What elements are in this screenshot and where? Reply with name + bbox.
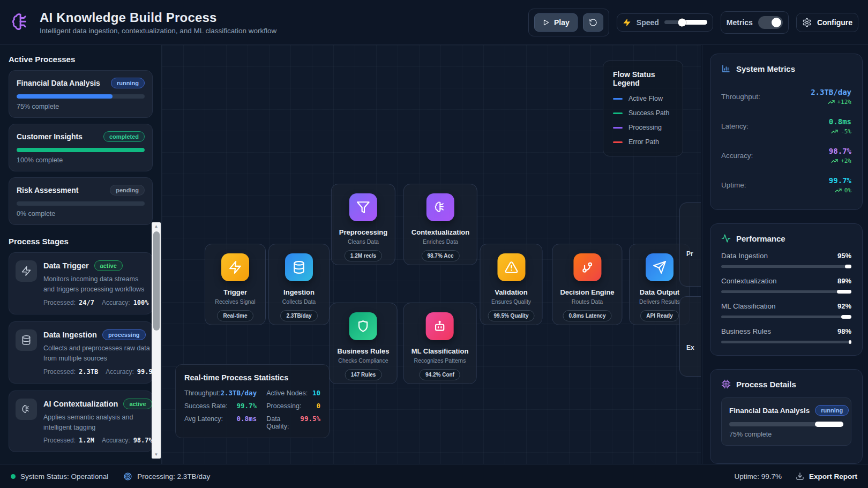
status-badge: running [815,405,849,416]
performance-slider[interactable] [721,265,851,268]
scroll-up-arrow[interactable]: ▲ [152,222,161,230]
zap-icon [221,253,249,281]
detail-progress-slider[interactable] [729,422,843,426]
status-badge: processing [102,329,146,340]
process-stages-title: Process Stages [9,237,153,246]
node-badge: Real-time [217,310,253,321]
metrics-label: Metrics [727,18,753,27]
flow-node-validation[interactable]: Validation Ensures Quality 99.5% Quality [480,244,542,325]
stat-processing: Processing:0 [266,402,320,410]
bot-icon [426,312,454,340]
send-icon [646,253,674,281]
node-badge: 0.8ms Latency [563,310,612,321]
status-badge: active [123,399,152,409]
node-badge: 1.2M rec/s [345,250,382,261]
process-details-panel: Process Details Financial Data Analysis … [710,369,863,464]
brain-icon [16,399,37,420]
node-badge: 94.2% Conf [420,369,460,380]
stage-stats: Processed:24/7 Accuracy:100% [43,299,149,306]
legend-item: Processing [613,124,673,131]
brain-logo-icon [10,11,32,34]
performance-slider[interactable] [721,290,851,293]
performance-row-ml-classification: ML Classification92% [721,302,851,318]
lightning-icon [623,18,631,27]
right-sidebar: System Metrics Throughput: 2.3TB/day +12… [702,45,868,464]
flow-node-clipped-1[interactable]: Pr [679,202,701,287]
processing-status: Processing: 2.3TB/day [123,472,210,481]
scrollbar-thumb[interactable] [153,231,160,331]
flow-node-decision-engine[interactable]: Decision Engine Routes Data 0.8ms Latenc… [552,244,622,325]
configure-group: Configure [796,13,858,32]
system-metrics-panel: System Metrics Throughput: 2.3TB/day +12… [710,54,863,210]
error-path-swatch [613,141,623,143]
node-badge: 98.7% Acc [421,250,459,261]
download-icon [796,472,804,481]
git-branch-icon [573,253,601,281]
flow-node-business-rules[interactable]: Business Rules Checks Compliance 147 Rul… [330,303,398,384]
speed-slider-thumb[interactable] [678,18,686,26]
stage-card-data-trigger[interactable]: Data Triggeractive Monitors incoming dat… [9,252,153,314]
flow-canvas[interactable]: Flow Status Legend Active Flow Success P… [162,45,701,464]
flow-node-trigger[interactable]: Trigger Receives Signal Real-time [205,244,266,325]
database-icon [16,329,37,351]
speed-control: Speed [617,13,713,32]
funnel-icon [349,193,377,221]
database-icon [285,253,313,281]
active-processes-title: Active Processes [9,55,153,64]
realtime-stats-panel: Real-time Process Statistics Throughput:… [175,364,330,438]
flow-node-ml-classification[interactable]: ML Classification Recognizes Patterns 94… [403,303,477,384]
detail-card-financial[interactable]: Financial Data Analysis running 75% comp… [721,397,851,446]
progress-text: 75% complete [17,103,145,110]
playback-controls: Play [528,9,609,36]
processing-swatch [613,127,623,129]
sidebar-scrollbar[interactable]: ▲ ▼ [152,222,161,459]
status-bar: System Status: Operational Processing: 2… [0,464,868,488]
shield-icon [349,312,377,340]
status-badge: pending [110,185,145,196]
success-path-swatch [613,112,623,114]
metrics-control: Metrics [721,11,789,34]
trend-up-icon: 0% [835,187,851,194]
progress-bar [17,201,145,206]
stat-avg-latency: Avg Latency:0.8ms [184,415,257,430]
flow-node-clipped-2[interactable]: Ex [679,296,701,377]
metric-row-throughput: Throughput: 2.3TB/day +12% [721,82,851,111]
progress-text: 100% complete [17,156,145,164]
metrics-toggle[interactable] [758,16,783,29]
progress-bar [17,148,145,152]
activity-icon [721,234,731,243]
flow-node-ingestion[interactable]: Ingestion Collects Data 2.3TB/day [268,244,330,325]
brain-icon [426,193,454,221]
stat-active-nodes: Active Nodes:10 [266,389,320,397]
stage-card-ai-contextualization[interactable]: AI Contextualizationactive Applies seman… [9,391,153,453]
process-card-risk[interactable]: Risk Assessment pending 0% complete [9,177,153,225]
performance-row-contextualization: Contextualization89% [721,277,851,293]
play-button[interactable]: Play [534,13,578,32]
performance-slider[interactable] [721,316,851,318]
stage-card-data-ingestion[interactable]: Data Ingestionprocessing Collects and pr… [9,321,153,384]
zap-icon [16,260,37,282]
configure-button[interactable]: Configure [802,18,852,27]
metric-row-latency: Latency: 0.8ms -5% [721,111,851,141]
status-badge: running [111,78,145,88]
export-report-button[interactable]: Export Report [796,472,857,481]
performance-panel: Performance Data Ingestion95% Contextual… [710,223,863,356]
process-card-financial[interactable]: Financial Data Analysis running 75% comp… [9,70,153,118]
uptime-text: Uptime: 99.7% [734,472,782,481]
flow-node-preprocessing[interactable]: Preprocessing Cleans Data 1.2M rec/s [331,184,395,265]
status-badge: active [94,260,123,271]
flow-status-legend: Flow Status Legend Active Flow Success P… [603,61,683,156]
flow-node-contextualization[interactable]: Contextualization Enriches Data 98.7% Ac… [403,184,477,265]
stat-success-rate: Success Rate:99.7% [184,402,257,410]
stage-description: Applies semantic analysis and intelligen… [43,412,153,433]
stage-description: Collects and preprocesses raw data from … [43,343,156,364]
performance-row-data-ingestion: Data Ingestion95% [721,252,851,268]
node-badge: 99.5% Quality [488,310,534,321]
trend-up-icon: +2% [831,157,851,164]
speed-slider[interactable] [664,20,707,24]
process-card-customer[interactable]: Customer Insights completed 100% complet… [9,124,153,171]
performance-slider[interactable] [721,341,851,343]
scroll-down-arrow[interactable]: ▼ [152,451,161,459]
reset-button[interactable] [583,13,603,32]
stage-stats: Processed:1.2M Accuracy:98.7% [43,437,153,444]
